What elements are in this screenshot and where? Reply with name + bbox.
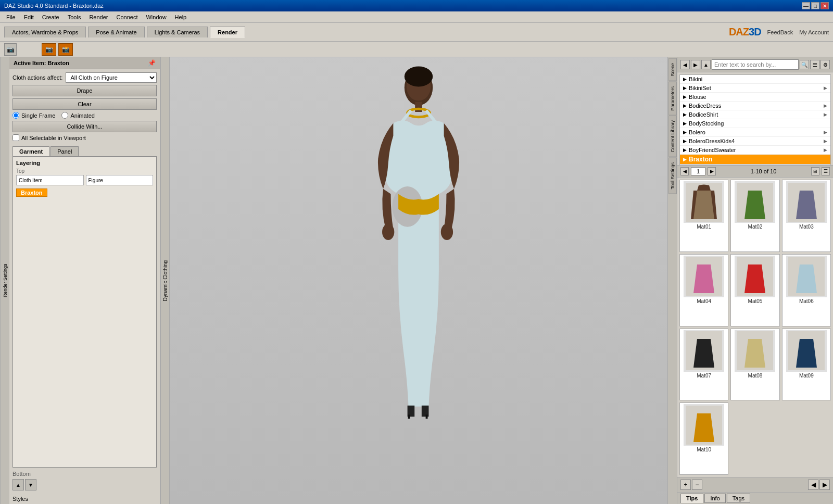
tab-content-library[interactable]: Content Library — [668, 116, 677, 157]
cat-bikiniset[interactable]: ▶ BikiniSet ▶ — [680, 84, 830, 93]
down-arrow-button[interactable]: ▼ — [25, 479, 36, 490]
cat-blouse[interactable]: ▶ Blouse — [680, 93, 830, 102]
animated-option[interactable]: Animated — [61, 112, 94, 119]
prev-page-button[interactable]: ◀ — [680, 167, 689, 175]
all-selectable-label: All Selectable in Viewport — [21, 135, 86, 141]
forward-button[interactable]: ▶ — [691, 60, 700, 69]
expand-icon: ▶ — [824, 103, 827, 108]
add-button[interactable]: + — [680, 480, 691, 490]
single-frame-option[interactable]: Single Frame — [12, 112, 55, 119]
view-grid-button[interactable]: ⊞ — [811, 167, 819, 175]
page-number[interactable]: 1 — [691, 167, 705, 175]
cat-arrow-icon: ▶ — [683, 130, 687, 135]
thumb-mat02[interactable]: Mat02 — [730, 180, 779, 252]
thumb-mat10[interactable]: Mat10 — [679, 402, 728, 475]
back-button[interactable]: ◀ — [680, 60, 690, 69]
feedback-link[interactable]: FeedBack — [767, 29, 793, 35]
all-selectable-checkbox[interactable] — [12, 134, 19, 141]
thumb-img-mat02 — [735, 181, 775, 223]
tab-garment[interactable]: Garment — [12, 146, 49, 156]
toolbar: Actors, Wardrobe & Props Pose & Animate … — [0, 23, 833, 42]
next-thumb-button[interactable]: ▶ — [819, 480, 830, 490]
close-button[interactable]: ✕ — [821, 2, 829, 9]
thumb-mat05[interactable]: Mat05 — [730, 254, 779, 326]
frame-mode-row: Single Frame Animated — [12, 112, 157, 119]
tab-tips[interactable]: Tips — [680, 494, 703, 503]
tab-tags[interactable]: Tags — [727, 494, 750, 503]
collide-with-button[interactable]: Collide With... — [12, 121, 157, 132]
view-options-button[interactable]: ☰ — [810, 60, 819, 69]
cat-bolerodresskids4[interactable]: ▶ BoleroDressKids4 ▶ — [680, 137, 830, 146]
tab-parameters[interactable]: Parameters — [668, 82, 677, 116]
menu-create[interactable]: Create — [38, 13, 64, 21]
tab-panel[interactable]: Panel — [51, 146, 79, 156]
content-library-header: ◀ ▶ ▲ 🔍 ☰ ⚙ — [677, 57, 833, 72]
tab-lights[interactable]: Lights & Cameras — [147, 27, 208, 37]
up-button[interactable]: ▲ — [701, 60, 711, 69]
cat-bikini[interactable]: ▶ Bikini — [680, 75, 830, 84]
right-heel — [426, 414, 428, 419]
thumb-img-mat05 — [735, 256, 775, 297]
menu-connect[interactable]: Connect — [112, 13, 142, 21]
tab-info[interactable]: Info — [704, 494, 725, 503]
next-page-button[interactable]: ▶ — [708, 167, 716, 175]
menu-window[interactable]: Window — [142, 13, 170, 21]
thumb-mat09[interactable]: Mat09 — [782, 329, 831, 401]
thumb-mat01[interactable]: Mat01 — [679, 180, 728, 252]
thumb-mat04[interactable]: Mat04 — [679, 254, 728, 326]
thumb-img-mat03 — [786, 181, 827, 223]
tab-tool-settings[interactable]: Tool Settings — [668, 158, 677, 194]
panel-header: Active Item: Braxton 📌 — [9, 57, 160, 69]
viewport-camera-icon[interactable]: 📷 — [42, 43, 56, 56]
braxton-item[interactable]: Braxton — [16, 187, 153, 197]
camera-button[interactable]: 📷 — [4, 43, 17, 56]
tab-pose[interactable]: Pose & Animate — [88, 27, 144, 37]
thumb-mat07[interactable]: Mat07 — [679, 329, 728, 401]
thumb-label-mat03: Mat03 — [799, 224, 814, 230]
cat-bodiceshirt[interactable]: ▶ BodiceShirt ▶ — [680, 110, 830, 119]
my-account-link[interactable]: My Account — [799, 29, 829, 35]
maximize-button[interactable]: □ — [811, 2, 819, 9]
cat-arrow-icon: ▶ — [683, 157, 687, 162]
left-heel — [408, 414, 410, 419]
prev-thumb-button[interactable]: ◀ — [808, 480, 818, 490]
menu-edit[interactable]: Edit — [20, 13, 38, 21]
tab-render[interactable]: Render — [210, 27, 245, 38]
menu-help[interactable]: Help — [171, 13, 191, 21]
dynamic-clothing-tab[interactable]: Dynamic Clothing — [160, 57, 170, 504]
pin-icon[interactable]: 📌 — [148, 59, 156, 67]
menu-tools[interactable]: Tools — [64, 13, 85, 21]
bottom-actions: + − ◀ ▶ — [677, 477, 833, 492]
render-icon[interactable]: 📸 — [58, 43, 73, 56]
clear-button[interactable]: Clear — [12, 98, 157, 110]
view-list-button[interactable]: ☰ — [822, 167, 830, 175]
all-selectable-row: All Selectable in Viewport — [12, 134, 157, 141]
cat-braxton[interactable]: ▶ Braxton — [680, 155, 830, 165]
tab-scene[interactable]: Scene — [668, 58, 677, 81]
thumbnail-grid: Mat01 Mat02 — [677, 178, 833, 477]
viewport — [170, 57, 667, 504]
cat-bodystocking[interactable]: ▶ BodyStocking — [680, 119, 830, 128]
render-settings-tab[interactable]: Render Settings — [0, 57, 9, 504]
up-arrow-button[interactable]: ▲ — [12, 479, 24, 490]
menu-file[interactable]: File — [2, 13, 20, 21]
search-button[interactable]: 🔍 — [800, 60, 809, 69]
figure-display — [314, 57, 523, 504]
thumb-mat06[interactable]: Mat06 — [782, 254, 831, 326]
cat-bolero[interactable]: ▶ Bolero ▶ — [680, 128, 830, 137]
cat-boyfriendSweater[interactable]: ▶ BoyFriendSweater ▶ — [680, 146, 830, 155]
tab-actors[interactable]: Actors, Wardrobe & Props — [4, 27, 86, 37]
remove-button[interactable]: − — [692, 480, 702, 490]
thumb-mat03[interactable]: Mat03 — [782, 180, 831, 252]
drape-button[interactable]: Drape — [12, 85, 157, 96]
thumb-mat08[interactable]: Mat08 — [730, 329, 779, 401]
settings-button[interactable]: ⚙ — [821, 60, 830, 69]
menu-render[interactable]: Render — [85, 13, 112, 21]
minimize-button[interactable]: — — [802, 2, 810, 9]
search-input[interactable] — [712, 59, 799, 70]
bottom-section: Bottom ▲ ▼ — [9, 468, 160, 494]
cloth-affects-select[interactable]: All Cloth on Figure — [66, 72, 157, 83]
cat-arrow-icon: ▶ — [683, 94, 687, 99]
cat-bodicedress[interactable]: ▶ BodiceDress ▶ — [680, 102, 830, 110]
nav-arrows: ▲ ▼ — [12, 479, 157, 490]
